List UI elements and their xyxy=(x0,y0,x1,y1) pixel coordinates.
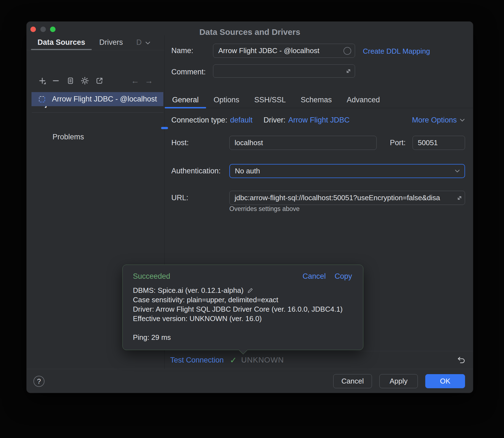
more-options-button[interactable]: More Options xyxy=(412,116,465,124)
name-value: Arrow Flight JDBC - @localhost xyxy=(213,46,319,55)
url-hint: Overrides settings above xyxy=(229,205,300,213)
popup-dbms-line: DBMS: Spice.ai (ver. 0.12.1-alpha) xyxy=(133,286,243,295)
more-options-label: More Options xyxy=(412,116,457,124)
tab-data-sources[interactable]: Data Sources xyxy=(31,35,92,49)
test-connection-link[interactable]: Test Connection xyxy=(170,356,224,364)
tab-schemas[interactable]: Schemas xyxy=(293,92,339,108)
check-icon: ✓ xyxy=(230,355,237,365)
port-label: Port: xyxy=(390,139,406,147)
connection-type-label: Connection type: xyxy=(171,116,227,124)
driver-value-link[interactable]: Arrow Flight JDBC xyxy=(288,116,350,124)
export-button[interactable] xyxy=(95,77,104,85)
port-value: 50051 xyxy=(413,139,438,147)
splitter-handle[interactable] xyxy=(161,127,168,129)
name-label: Name: xyxy=(171,46,193,55)
duplicate-button[interactable] xyxy=(66,77,75,85)
driver-icon xyxy=(39,96,45,102)
popup-ping-line: Ping: 29 ms xyxy=(133,333,353,342)
chevron-down-icon xyxy=(455,169,460,173)
apply-button[interactable]: Apply xyxy=(379,374,418,388)
authentication-select[interactable]: No auth xyxy=(229,164,465,178)
url-value: jdbc:arrow-flight-sql://localhost:50051?… xyxy=(230,194,448,202)
remove-data-source-button[interactable] xyxy=(52,77,60,85)
host-label: Host: xyxy=(171,139,189,147)
name-input[interactable]: Arrow Flight JDBC - @localhost xyxy=(213,44,355,58)
create-ddl-mapping-link[interactable]: Create DDL Mapping xyxy=(363,47,430,56)
status-succeeded: Succeeded xyxy=(133,272,170,281)
active-tab-underline xyxy=(31,49,92,50)
url-input[interactable]: jdbc:arrow-flight-sql://localhost:50051?… xyxy=(229,191,465,205)
popup-cancel-link[interactable]: Cancel xyxy=(303,272,326,281)
host-input[interactable]: localhost xyxy=(229,136,377,150)
data-source-label: Arrow Flight JDBC - @localhost xyxy=(52,95,157,103)
chevron-down-icon[interactable] xyxy=(145,41,151,45)
popup-case-sensitivity-line: Case sensitivity: plain=upper, delimited… xyxy=(133,295,353,304)
help-button[interactable]: ? xyxy=(33,376,44,387)
tab-options[interactable]: Options xyxy=(206,92,247,108)
settings-tab-strip: General Options SSH/SSL Schemas Advanced xyxy=(165,92,473,108)
test-connection-bar: Test Connection ✓ UNKNOWN xyxy=(165,351,473,369)
sidebar-tab-strip: Data Sources Drivers D xyxy=(27,35,164,50)
arrow-right-icon: → xyxy=(145,77,153,85)
titlebar: Data Sources and Drivers xyxy=(27,22,473,35)
expand-comment-icon[interactable] xyxy=(345,67,352,75)
connection-type-value[interactable]: default xyxy=(230,116,253,124)
tab-advanced[interactable]: Advanced xyxy=(339,92,387,108)
undo-icon xyxy=(456,356,466,364)
tab-ddl-mappings-truncated[interactable]: D xyxy=(135,35,143,49)
sidebar-divider xyxy=(32,112,163,113)
host-value: localhost xyxy=(230,139,263,147)
revert-button[interactable] xyxy=(456,356,466,364)
arrow-left-icon: ← xyxy=(131,77,139,85)
back-button[interactable]: ← xyxy=(131,77,139,85)
authentication-label: Authentication: xyxy=(171,167,221,175)
driver-label: Driver: xyxy=(264,116,286,124)
popup-driver-line: Driver: Arrow Flight SQL JDBC Driver Cor… xyxy=(133,304,353,314)
port-input[interactable]: 50051 xyxy=(413,136,465,150)
connection-type-row: Connection type: default Driver: Arrow F… xyxy=(171,115,465,125)
popup-copy-link[interactable]: Copy xyxy=(335,272,352,281)
sidebar-item-problems[interactable]: Problems xyxy=(53,133,84,141)
comment-input[interactable] xyxy=(213,64,355,78)
chevron-down-icon xyxy=(460,118,465,122)
url-label: URL: xyxy=(171,194,188,202)
sidebar-toolbar: ← → xyxy=(27,76,164,87)
cancel-button[interactable]: Cancel xyxy=(333,374,372,388)
data-source-color-icon[interactable] xyxy=(343,47,351,55)
dialog-data-sources-and-drivers: Data Sources and Drivers Data Sources Dr… xyxy=(27,22,473,393)
ok-button[interactable]: OK xyxy=(425,374,465,388)
screen: Data Sources and Drivers Data Sources Dr… xyxy=(0,0,504,438)
dialog-footer: ? Cancel Apply OK xyxy=(27,369,473,393)
data-source-list-item-selected[interactable]: Arrow Flight JDBC - @localhost xyxy=(32,92,163,106)
data-source-properties-button[interactable] xyxy=(81,77,89,85)
tab-drivers[interactable]: Drivers xyxy=(97,35,125,49)
edit-pencil-icon[interactable] xyxy=(247,287,253,294)
authentication-value: No auth xyxy=(230,167,260,175)
tab-general[interactable]: General xyxy=(165,92,206,108)
test-result-text: UNKNOWN xyxy=(241,356,284,364)
popup-effective-version-line: Effective version: UNKNOWN (ver. 16.0) xyxy=(133,314,353,323)
add-data-source-button[interactable] xyxy=(38,77,46,85)
forward-button[interactable]: → xyxy=(145,77,153,85)
expand-url-icon[interactable] xyxy=(456,194,463,202)
tab-ssh-ssl[interactable]: SSH/SSL xyxy=(247,92,293,108)
comment-label: Comment: xyxy=(171,68,206,76)
test-connection-popup: Succeeded Cancel Copy DBMS: Spice.ai (ve… xyxy=(122,265,363,350)
